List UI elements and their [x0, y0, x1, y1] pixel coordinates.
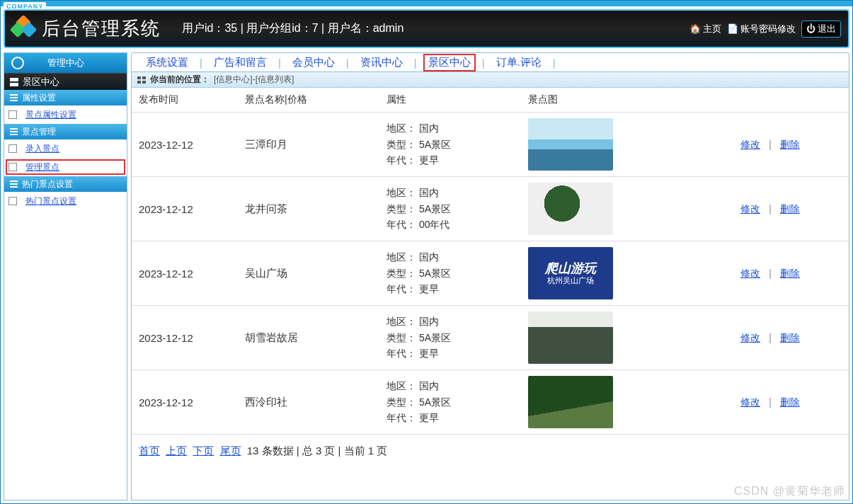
- nav-separator: |: [197, 57, 205, 69]
- edit-link[interactable]: 修改: [740, 396, 760, 408]
- cell-name: 胡雪岩故居: [238, 306, 379, 370]
- sidebar-group-label: 属性设置: [22, 92, 56, 104]
- sidebar-link[interactable]: 热门景点设置: [4, 192, 127, 210]
- cell-name: 龙井问茶: [238, 177, 379, 241]
- nav-item-4[interactable]: 景区中心: [424, 55, 475, 71]
- sidebar-link[interactable]: 景点属性设置: [4, 105, 127, 124]
- cell-thumb: [521, 177, 733, 241]
- cell-name: 西泠印社: [238, 370, 379, 435]
- nav-item-3[interactable]: 资讯中心: [356, 55, 407, 71]
- cell-attrs: 地区： 国内类型： 5A景区年代： 更早: [379, 370, 521, 435]
- logout-label: 退出: [818, 23, 836, 35]
- cell-date: 2023-12-12: [132, 113, 238, 177]
- ops-separator: |: [760, 138, 780, 150]
- table-row: 2023-12-12胡雪岩故居地区： 国内类型： 5A景区年代： 更早修改|删除: [132, 306, 849, 370]
- cell-thumb: 爬山游玩杭州吴山广场: [521, 241, 733, 306]
- nav-item-1[interactable]: 广告和留言: [210, 55, 271, 71]
- column-header: [733, 88, 849, 113]
- cell-attrs: 地区： 国内类型： 5A景区年代： 更早: [379, 306, 521, 370]
- grid-icon: [137, 76, 146, 84]
- pager: 首页 上页 下页 尾页 13 条数据 | 总 3 页 | 当前 1 页: [132, 435, 849, 468]
- sidebar-link[interactable]: 录入景点: [4, 139, 127, 158]
- nav-separator: |: [411, 57, 420, 69]
- nav-item-5[interactable]: 订单.评论: [492, 55, 546, 71]
- edit-link[interactable]: 修改: [740, 268, 760, 279]
- pager-first[interactable]: 首页: [139, 445, 160, 457]
- cell-attrs: 地区： 国内类型： 5A景区年代： 00年代: [379, 177, 521, 241]
- breadcrumb-location: [信息中心]-[信息列表]: [214, 74, 294, 86]
- nav-separator: |: [479, 57, 488, 69]
- thumbnail: 爬山游玩杭州吴山广场: [528, 247, 613, 299]
- sidebar-section-label: 景区中心: [23, 76, 59, 88]
- sidebar-section: 景区中心: [4, 73, 127, 90]
- delete-link[interactable]: 删除: [780, 332, 800, 343]
- home-link[interactable]: 🏠 主页: [689, 21, 721, 38]
- main-panel: 你当前的位置： [信息中心]-[信息列表] 发布时间景点名称|价格属性景点图 2…: [131, 72, 849, 500]
- sidebar-link-label[interactable]: 景点属性设置: [25, 109, 76, 121]
- ops-separator: |: [760, 396, 780, 408]
- user-info: 用户id：35 | 用户分组id：7 | 用户名：admin: [182, 21, 403, 36]
- cell-thumb: [521, 113, 733, 177]
- delete-link[interactable]: 删除: [780, 396, 800, 408]
- ops-separator: |: [760, 202, 780, 214]
- sidebar-group[interactable]: 热门景点设置: [4, 176, 127, 192]
- logo-icon: [12, 17, 36, 41]
- column-header: 发布时间: [132, 88, 238, 113]
- cell-ops: 修改|删除: [733, 241, 849, 306]
- delete-link[interactable]: 删除: [780, 268, 800, 279]
- table-row: 2023-12-12吴山广场地区： 国内类型： 5A景区年代： 更早爬山游玩杭州…: [132, 241, 849, 306]
- pager-prev[interactable]: 上页: [166, 445, 187, 457]
- bars-icon: [10, 181, 18, 188]
- cell-date: 2023-12-12: [132, 241, 238, 306]
- thumbnail: [528, 311, 613, 364]
- sidebar-link-label[interactable]: 管理景点: [25, 161, 59, 173]
- bars-icon: [10, 94, 18, 101]
- cell-name: 三潭印月: [238, 113, 379, 177]
- pager-last[interactable]: 尾页: [220, 445, 241, 457]
- change-password-label: 账号密码修改: [740, 23, 796, 35]
- cell-ops: 修改|删除: [733, 177, 849, 241]
- thumbnail: [528, 183, 613, 235]
- thumbnail: [528, 118, 613, 171]
- cell-date: 2023-12-12: [132, 177, 238, 241]
- logout-button[interactable]: ⏻ 退出: [801, 21, 841, 38]
- breadcrumb-label: 你当前的位置：: [150, 74, 210, 86]
- sidebar-group[interactable]: 景点管理: [4, 124, 127, 139]
- thumbnail: [528, 376, 613, 428]
- nav-item-0[interactable]: 系统设置: [142, 55, 193, 71]
- sidebar-group-label: 景点管理: [22, 126, 56, 138]
- sidebar: 管理中心 景区中心 属性设置景点属性设置景点管理录入景点管理景点热门景点设置热门…: [4, 52, 127, 500]
- cell-thumb: [521, 306, 733, 370]
- nav-item-2[interactable]: 会员中心: [288, 55, 339, 71]
- watermark: CSDN @黄菊华老师: [734, 484, 845, 499]
- sidebar-group-label: 热门景点设置: [22, 178, 73, 190]
- sidebar-group[interactable]: 属性设置: [4, 90, 127, 105]
- cell-ops: 修改|删除: [733, 113, 849, 177]
- cell-date: 2023-12-12: [132, 370, 238, 435]
- grid-icon: [10, 78, 18, 86]
- edit-link[interactable]: 修改: [740, 203, 760, 214]
- column-header: 景点图: [521, 88, 733, 113]
- column-header: 属性: [379, 88, 521, 113]
- sidebar-link-label[interactable]: 热门景点设置: [25, 195, 76, 207]
- change-password-link[interactable]: 📄 账号密码修改: [727, 21, 796, 38]
- data-table: 发布时间景点名称|价格属性景点图 2023-12-12三潭印月地区： 国内类型：…: [132, 88, 849, 435]
- ops-separator: |: [760, 267, 780, 279]
- pager-next[interactable]: 下页: [193, 445, 214, 457]
- nav-separator: |: [275, 57, 284, 69]
- breadcrumb: 你当前的位置： [信息中心]-[信息列表]: [132, 72, 849, 88]
- cell-name: 吴山广场: [238, 241, 379, 306]
- sidebar-link-label[interactable]: 录入景点: [25, 143, 59, 155]
- delete-link[interactable]: 删除: [780, 203, 800, 214]
- top-nav: 系统设置|广告和留言|会员中心|资讯中心|景区中心|订单.评论|: [131, 52, 849, 72]
- sidebar-link[interactable]: 管理景点: [4, 158, 127, 176]
- cell-ops: 修改|删除: [733, 306, 849, 370]
- edit-link[interactable]: 修改: [740, 332, 760, 343]
- app-title: 后台管理系统: [42, 16, 161, 41]
- cell-date: 2023-12-12: [132, 306, 238, 370]
- delete-link[interactable]: 删除: [780, 139, 800, 150]
- edit-link[interactable]: 修改: [740, 139, 760, 150]
- ops-separator: |: [760, 331, 780, 343]
- table-row: 2023-12-12三潭印月地区： 国内类型： 5A景区年代： 更早修改|删除: [132, 113, 849, 177]
- cell-attrs: 地区： 国内类型： 5A景区年代： 更早: [379, 241, 521, 306]
